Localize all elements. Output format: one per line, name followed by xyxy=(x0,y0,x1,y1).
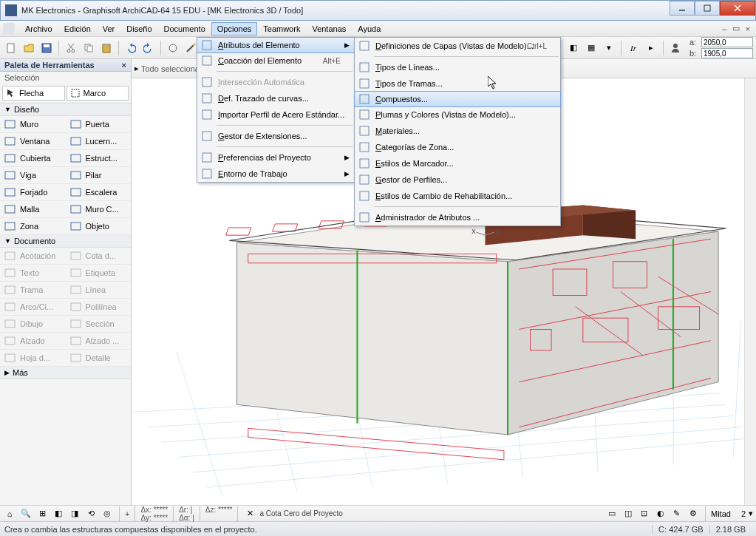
svg-rect-45 xyxy=(71,337,81,345)
svg-point-17 xyxy=(193,43,196,46)
opt-2-icon[interactable]: ◫ xyxy=(622,507,635,520)
menu-item-icon xyxy=(358,124,371,138)
menu-item[interactable]: Coacción del ElementoAlt+E xyxy=(197,52,354,69)
close-button[interactable] xyxy=(720,1,755,16)
svg-rect-43 xyxy=(71,320,81,328)
menu-item[interactable]: Categorías de Zona... xyxy=(355,139,560,155)
menu-item[interactable]: Estilos de Cambio de Rehabilitación... xyxy=(355,188,560,204)
tool-malla[interactable]: Malla xyxy=(0,201,66,218)
cut-icon[interactable] xyxy=(63,40,79,56)
tool-estruct[interactable]: Estruct... xyxy=(66,150,132,167)
mdi-minimize-icon[interactable]: – xyxy=(719,24,729,34)
menu-item[interactable]: Estilos de Marcador... xyxy=(355,155,560,172)
menu-archivo[interactable]: Archivo xyxy=(19,22,58,35)
menu-teamwork[interactable]: Teamwork xyxy=(257,22,306,35)
tool-b-icon[interactable]: ◧ xyxy=(565,40,582,56)
arrow-tool[interactable]: Flecha xyxy=(2,86,65,101)
tool-forjado[interactable]: Forjado xyxy=(0,184,66,201)
menu-item[interactable]: Plumas y Colores (Vistas de Modelo)... xyxy=(355,106,560,123)
svg-rect-97 xyxy=(360,213,369,222)
submenu-arrow-icon: ▶ xyxy=(344,41,350,49)
tool-escalera[interactable]: Escalera xyxy=(66,184,132,201)
new-icon[interactable] xyxy=(3,40,19,56)
svg-rect-27 xyxy=(71,172,81,179)
menu-item[interactable]: Atributos del Elemento▶ xyxy=(197,37,355,53)
nav-6-icon[interactable]: ⟲ xyxy=(84,507,98,520)
menu-opciones[interactable]: Opciones xyxy=(211,22,257,35)
tool-lucern[interactable]: Lucern... xyxy=(66,133,132,150)
undo-icon[interactable] xyxy=(123,40,139,56)
group-header[interactable]: ▼Documento xyxy=(0,235,131,248)
minimize-button[interactable] xyxy=(670,1,695,16)
menu-item[interactable]: Definiciones de Capas (Vistas de Modelo)… xyxy=(355,38,560,54)
mdi-restore-icon[interactable]: ▭ xyxy=(731,24,741,34)
menu-item[interactable]: Preferencias del Proyecto▶ xyxy=(197,149,354,166)
nav-4-icon[interactable]: ◧ xyxy=(52,507,65,520)
group-header[interactable]: ▶Más xyxy=(0,367,131,379)
tool-objeto[interactable]: Objeto xyxy=(66,218,132,235)
open-icon[interactable] xyxy=(21,40,37,56)
opt-4-icon[interactable]: ◐ xyxy=(654,507,667,520)
menu-item[interactable]: Compuestos... xyxy=(354,91,561,107)
menu-ayuda[interactable]: Ayuda xyxy=(352,22,386,35)
menu-item[interactable]: Tipos de Tramas... xyxy=(355,75,560,92)
tool-ventana[interactable]: Ventana xyxy=(0,133,66,150)
opt-3-icon[interactable]: ⊡ xyxy=(638,507,651,520)
svg-line-16 xyxy=(187,44,194,52)
group-header[interactable]: ▼Diseño xyxy=(0,104,131,116)
opt-6-icon[interactable]: ⚙ xyxy=(687,507,700,520)
menu-ventanas[interactable]: Ventanas xyxy=(306,22,352,35)
svg-rect-41 xyxy=(71,303,81,311)
copy-icon[interactable] xyxy=(81,40,97,56)
person-icon[interactable] xyxy=(667,40,684,56)
marquee-tool[interactable]: Marco xyxy=(67,86,129,101)
nav-5-icon[interactable]: ◨ xyxy=(68,507,81,520)
palette-close-icon[interactable]: × xyxy=(122,61,126,69)
svg-rect-20 xyxy=(5,121,15,128)
menu-documento[interactable]: Documento xyxy=(158,22,211,35)
tool-pilar[interactable]: Pilar xyxy=(66,167,132,184)
dropdown-small-icon[interactable]: ▾ xyxy=(749,509,753,518)
svg-point-18 xyxy=(673,44,678,48)
menu-diseño[interactable]: Diseño xyxy=(120,22,157,35)
maximize-button[interactable] xyxy=(695,1,720,16)
tool-cubierta[interactable]: Cubierta xyxy=(0,150,66,167)
tool-puerta[interactable]: Puerta xyxy=(66,116,132,133)
coord-b-input[interactable] xyxy=(701,48,753,58)
nav-1-icon[interactable]: ⌂ xyxy=(3,507,16,520)
menu-item[interactable]: Gestor de Perfiles... xyxy=(355,172,560,188)
tool-viga[interactable]: Viga xyxy=(0,167,66,184)
menu-ver[interactable]: Ver xyxy=(97,22,121,35)
opt-5-icon[interactable]: ✎ xyxy=(670,507,684,520)
tool-a-icon[interactable] xyxy=(165,40,181,56)
tool-zona[interactable]: Zona xyxy=(0,218,66,235)
coord-a-input[interactable] xyxy=(701,37,753,47)
menu-item[interactable]: Materiales... xyxy=(355,123,560,139)
vertical-scrollbar[interactable] xyxy=(744,78,756,505)
tool-icon xyxy=(69,203,83,215)
menu-edición[interactable]: Edición xyxy=(58,22,97,35)
dropdown-icon[interactable]: ▾ xyxy=(601,40,617,56)
menu-item[interactable]: Importar Perfil de Acero Estándar... xyxy=(197,106,354,123)
paste-icon[interactable] xyxy=(98,40,115,56)
tool-muroc[interactable]: Muro C... xyxy=(66,201,132,218)
menu-item[interactable]: Tipos de Líneas... xyxy=(355,59,560,75)
nav-2-icon[interactable]: 🔍 xyxy=(19,507,33,520)
nav-3-icon[interactable]: ⊞ xyxy=(35,507,49,520)
menu-item[interactable]: Def. Trazado de curvas... xyxy=(197,90,354,106)
tool-d-icon[interactable]: ▸ xyxy=(643,40,659,56)
mdi-close-icon[interactable]: × xyxy=(743,24,753,34)
save-icon[interactable] xyxy=(38,40,55,56)
menu-item[interactable]: Entorno de Trabajo▶ xyxy=(197,166,354,182)
tool-c-icon[interactable]: ▦ xyxy=(583,40,599,56)
nav-7-icon[interactable]: ◎ xyxy=(101,507,114,520)
statusbar: Crea o cambia las estructuras compuestas… xyxy=(0,521,756,536)
opt-1-icon[interactable]: ▭ xyxy=(605,507,619,520)
menu-item-icon xyxy=(200,108,214,121)
redo-icon[interactable] xyxy=(140,40,157,56)
menu-item[interactable]: Administrador de Atributos ... xyxy=(355,209,560,225)
anchor-icon[interactable]: ✕ xyxy=(243,507,256,520)
tool-ir-icon[interactable]: Ir xyxy=(625,40,641,56)
tool-muro[interactable]: Muro xyxy=(0,116,66,133)
menu-item[interactable]: Gestor de Extensiones... xyxy=(197,128,354,144)
